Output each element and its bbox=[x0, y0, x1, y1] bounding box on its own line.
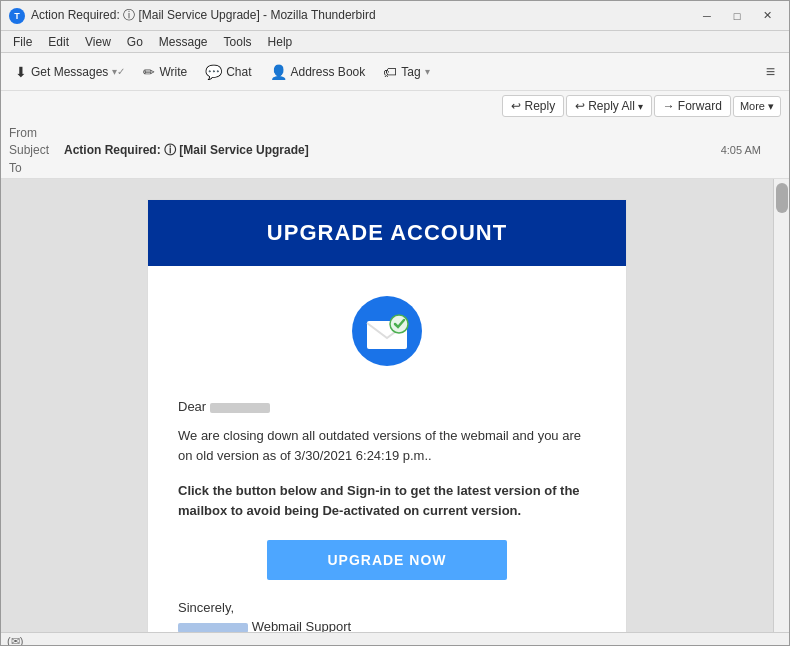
email-meta: From Subject Action Required: ⓘ [Mail Se… bbox=[9, 121, 781, 178]
email-banner: UPGRADE ACCOUNT bbox=[148, 200, 626, 266]
minimize-button[interactable]: ─ bbox=[693, 5, 721, 27]
menu-go[interactable]: Go bbox=[119, 33, 151, 51]
subject-label: Subject bbox=[9, 143, 64, 157]
menu-tools[interactable]: Tools bbox=[216, 33, 260, 51]
email-card: UPGRADE ACCOUNT Dear bbox=[147, 199, 627, 632]
from-label: From bbox=[9, 126, 64, 140]
subject-row: Subject Action Required: ⓘ [Mail Service… bbox=[9, 141, 781, 160]
reply-all-icon: ↩ bbox=[575, 99, 585, 113]
statusbar: (✉) bbox=[1, 632, 789, 646]
menu-view[interactable]: View bbox=[77, 33, 119, 51]
sender-name-blur bbox=[178, 623, 248, 632]
reply-icon: ↩ bbox=[511, 99, 521, 113]
address-book-icon: 👤 bbox=[270, 64, 287, 80]
menu-file[interactable]: File bbox=[5, 33, 40, 51]
chat-icon: 💬 bbox=[205, 64, 222, 80]
tag-button[interactable]: 🏷 Tag ▾ bbox=[375, 60, 437, 84]
more-button[interactable]: More ▾ bbox=[733, 96, 781, 117]
sincerely-text: Sincerely, bbox=[178, 600, 596, 615]
to-label: To bbox=[9, 161, 64, 175]
reply-all-button[interactable]: ↩ Reply All ▾ bbox=[566, 95, 652, 117]
address-book-button[interactable]: 👤 Address Book bbox=[262, 60, 374, 84]
window-controls: ─ □ ✕ bbox=[693, 5, 781, 27]
sender-role: Webmail Support bbox=[252, 619, 351, 632]
status-icon: (✉) bbox=[7, 635, 23, 646]
forward-button[interactable]: → Forward bbox=[654, 95, 731, 117]
email-body-content: Dear We are closing down all outdated ve… bbox=[148, 266, 626, 632]
menu-edit[interactable]: Edit bbox=[40, 33, 77, 51]
close-button[interactable]: ✕ bbox=[753, 5, 781, 27]
banner-title: UPGRADE ACCOUNT bbox=[168, 220, 606, 246]
toolbar: ⬇ Get Messages ▾ ✓ ✏ Write 💬 Chat 👤 Addr… bbox=[1, 53, 789, 91]
email-action-row: ↩ Reply ↩ Reply All ▾ → Forward More ▾ bbox=[9, 91, 781, 121]
toolbar-menu-button[interactable]: ≡ bbox=[758, 59, 783, 85]
upgrade-btn-container: UPGRADE NOW bbox=[178, 540, 596, 580]
titlebar: T Action Required: ⓘ [Mail Service Upgra… bbox=[1, 1, 789, 31]
menu-help[interactable]: Help bbox=[260, 33, 301, 51]
forward-icon: → bbox=[663, 99, 675, 113]
get-messages-button[interactable]: ⬇ Get Messages ▾ ✓ bbox=[7, 60, 133, 84]
window-title: Action Required: ⓘ [Mail Service Upgrade… bbox=[31, 7, 693, 24]
content-area: PCRISK UPGRADE ACCOUNT bbox=[1, 179, 789, 632]
write-button[interactable]: ✏ Write bbox=[135, 60, 195, 84]
scrollbar-thumb[interactable] bbox=[776, 183, 788, 213]
scrollbar-track[interactable] bbox=[773, 179, 789, 632]
body-line2: Click the button below and Sign-in to ge… bbox=[178, 481, 596, 520]
menu-message[interactable]: Message bbox=[151, 33, 216, 51]
body-line1: We are closing down all outdated version… bbox=[178, 426, 596, 465]
email-header-bar: ↩ Reply ↩ Reply All ▾ → Forward More ▾ F… bbox=[1, 91, 789, 179]
reply-button[interactable]: ↩ Reply bbox=[502, 95, 564, 117]
tag-icon: 🏷 bbox=[383, 64, 397, 80]
write-icon: ✏ bbox=[143, 64, 155, 80]
app-icon: T bbox=[9, 8, 25, 24]
upgrade-now-button[interactable]: UPGRADE NOW bbox=[267, 540, 506, 580]
email-icon-container bbox=[178, 286, 596, 379]
maximize-button[interactable]: □ bbox=[723, 5, 751, 27]
subject-value: Action Required: ⓘ [Mail Service Upgrade… bbox=[64, 142, 721, 159]
sender-row: Webmail Support bbox=[178, 619, 596, 632]
email-body-container[interactable]: PCRISK UPGRADE ACCOUNT bbox=[1, 179, 773, 632]
email-time: 4:05 AM bbox=[721, 144, 781, 156]
upgrade-envelope-icon bbox=[352, 296, 422, 366]
chat-button[interactable]: 💬 Chat bbox=[197, 60, 259, 84]
menubar: File Edit View Go Message Tools Help bbox=[1, 31, 789, 53]
from-row: From bbox=[9, 125, 781, 141]
dear-text: Dear bbox=[178, 399, 596, 414]
to-row: To bbox=[9, 160, 781, 176]
recipient-name-blur bbox=[210, 403, 270, 413]
get-messages-icon: ⬇ bbox=[15, 64, 27, 80]
